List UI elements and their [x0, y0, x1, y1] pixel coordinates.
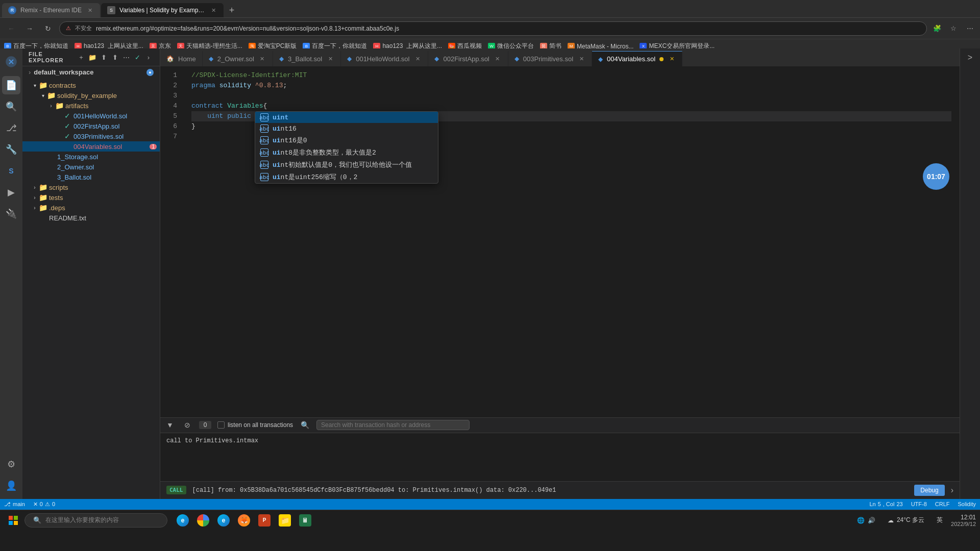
- extensions-icon[interactable]: 🔧: [2, 140, 20, 159]
- address-bar[interactable]: ⚠ 不安全 remix.ethereum.org/#optimize=false…: [59, 21, 927, 36]
- files-icon[interactable]: 📄: [2, 76, 20, 94]
- browser-tab-remix[interactable]: R Remix - Ethereum IDE ✕: [2, 3, 100, 17]
- 004-tab-close[interactable]: ✕: [668, 55, 676, 63]
- editor-tab-003[interactable]: ◆ 003Primitives.sol ✕: [508, 51, 592, 66]
- owner-tab-close[interactable]: ✕: [258, 55, 266, 63]
- storage-chevron: [39, 153, 47, 161]
- toolbar-stop[interactable]: ⊘: [182, 419, 193, 431]
- code-editor[interactable]: 1 2 3 4 5 6 7 //SPDX-License-Identifier:…: [160, 66, 960, 417]
- chevron-right-btn[interactable]: ›: [143, 52, 154, 62]
- tree-item-contracts[interactable]: ▾ 📁 contracts: [22, 80, 160, 90]
- tree-item-003[interactable]: ✓ 003Primitives.sol: [22, 131, 160, 141]
- search-activity-icon[interactable]: 🔍: [2, 97, 20, 116]
- remix-logo[interactable]: [2, 53, 20, 71]
- forward-button[interactable]: →: [22, 21, 37, 36]
- log-entry: call to Primitives.intmax: [166, 436, 953, 445]
- autocomplete-item-uint[interactable]: abc uint: [255, 112, 438, 123]
- scripts-label: scripts: [49, 184, 160, 191]
- tree-item-solidity-by-example[interactable]: ▾ 📁 solidity_by_example: [22, 90, 160, 101]
- autocomplete-item-uint16-0[interactable]: abc uint16是0: [255, 134, 438, 146]
- 003-tab-close[interactable]: ✕: [577, 55, 585, 63]
- debug-button[interactable]: Debug: [914, 485, 944, 496]
- status-encoding[interactable]: UTF-8: [911, 501, 927, 507]
- editor-tab-ballot[interactable]: ◆ 3_Ballot.sol ✕: [273, 51, 341, 66]
- toolbar-search-btn[interactable]: 🔍: [299, 419, 310, 431]
- new-file-btn[interactable]: +: [76, 52, 86, 62]
- browser-tab-remix-close[interactable]: ✕: [86, 6, 94, 14]
- checkmark-btn[interactable]: ✓: [132, 52, 142, 62]
- new-folder-btn[interactable]: 📁: [87, 52, 97, 62]
- tree-item-scripts[interactable]: › 📁 scripts: [22, 182, 160, 192]
- tree-item-004[interactable]: 004Variables.sol 1: [22, 141, 160, 152]
- taskbar-app-file-explorer[interactable]: 📁: [276, 511, 294, 530]
- autocomplete-item-uint-default[interactable]: abc uint初始默认值是0，我们也可以给他设一个值: [255, 159, 438, 171]
- weather-display[interactable]: ☁ 24°C 多云: [884, 514, 928, 527]
- browser-tab-solidity-close[interactable]: ✕: [209, 6, 217, 14]
- autocomplete-item-uint16[interactable]: abc uint16: [255, 123, 438, 134]
- 002-tab-close[interactable]: ✕: [494, 55, 502, 63]
- time-display: 12:01: [951, 514, 976, 521]
- editor-tab-002[interactable]: ◆ 002FirstApp.sol ✕: [428, 51, 508, 66]
- solidity-icon[interactable]: S: [2, 162, 20, 180]
- line4-name: Variables: [227, 101, 263, 111]
- status-errors[interactable]: ✕ 0 ⚠ 0: [33, 501, 55, 508]
- tree-item-readme[interactable]: README.txt: [22, 213, 160, 223]
- tree-item-artifacts[interactable]: › 📁 artifacts: [22, 101, 160, 111]
- settings-btn[interactable]: ⋯: [964, 22, 976, 35]
- ballot-tab-close[interactable]: ✕: [326, 55, 334, 63]
- tree-item-deps[interactable]: › 📁 .deps: [22, 203, 160, 213]
- expand-transaction-icon[interactable]: ›: [951, 486, 953, 495]
- favorites-btn[interactable]: ☆: [947, 22, 960, 35]
- upload-btn[interactable]: ⬆: [110, 52, 120, 62]
- settings-icon[interactable]: ⚙: [2, 455, 20, 473]
- lang-indicator[interactable]: 英: [933, 514, 947, 527]
- toolbar-arrow-down[interactable]: ▼: [164, 419, 176, 431]
- workspace-dot[interactable]: ●: [146, 69, 154, 76]
- tree-item-owner[interactable]: 2_Owner.sol: [22, 162, 160, 172]
- taskbar-app-ppt[interactable]: P: [255, 511, 274, 530]
- taskbar-app-firefox[interactable]: 🦊: [235, 511, 253, 530]
- reload-button[interactable]: ↻: [41, 21, 55, 36]
- search-input[interactable]: [321, 421, 465, 429]
- tree-item-002[interactable]: ✓ 002FirstApp.sol: [22, 121, 160, 131]
- back-button[interactable]: ←: [4, 21, 18, 36]
- tree-item-001[interactable]: ✓ 001HelloWorld.sol: [22, 111, 160, 121]
- more-btn[interactable]: ⋯: [121, 52, 131, 62]
- git-icon[interactable]: ⎇: [2, 119, 20, 137]
- new-tab-button[interactable]: +: [225, 3, 239, 17]
- line-numbers: 1 2 3 4 5 6 7: [160, 66, 183, 417]
- deps-label: .deps: [49, 204, 160, 212]
- toolbar-search[interactable]: [316, 420, 470, 430]
- deploy-icon[interactable]: ▶: [2, 183, 20, 202]
- right-panel-expand[interactable]: >: [965, 53, 975, 63]
- start-button[interactable]: [4, 511, 22, 530]
- tree-item-storage[interactable]: 1_Storage.sol: [22, 152, 160, 162]
- extensions-btn[interactable]: 🧩: [931, 22, 943, 35]
- editor-tab-owner[interactable]: ◆ 2_Owner.sol ✕: [203, 51, 273, 66]
- taskbar-app-edge2[interactable]: e: [214, 511, 233, 530]
- taskbar-clock[interactable]: 12:01 2022/9/12: [951, 514, 976, 527]
- taskbar-app-edge[interactable]: e: [174, 511, 192, 530]
- editor-tab-004[interactable]: ◆ 004Variables.sol ✕: [592, 51, 682, 66]
- listen-checkbox[interactable]: [217, 421, 225, 429]
- autocomplete-item-uint256[interactable]: abc uint是uint256缩写（0，2: [255, 171, 438, 183]
- autocomplete-item-uint8[interactable]: abc uint8是非负整数类型，最大值是2: [255, 146, 438, 159]
- account-icon[interactable]: 👤: [2, 477, 20, 495]
- status-language[interactable]: Solidity: [958, 501, 976, 507]
- taskbar-search[interactable]: 🔍 在这里输入你要搜索的内容: [24, 513, 167, 528]
- collapse-btn[interactable]: ⬆: [99, 52, 109, 62]
- taskbar-app-chrome[interactable]: [194, 511, 212, 530]
- status-ln-col[interactable]: Ln 5 , Col 23: [869, 501, 902, 507]
- taskbar-app-calc[interactable]: 🖩: [296, 511, 314, 530]
- plugin-icon[interactable]: 🔌: [2, 205, 20, 223]
- status-eol[interactable]: CRLF: [935, 501, 950, 507]
- browser-tab-solidity[interactable]: S Variables | Solidity by Example | ✕: [101, 3, 224, 17]
- tree-item-tests[interactable]: › 📁 tests: [22, 192, 160, 203]
- tree-item-ballot[interactable]: 3_Ballot.sol: [22, 172, 160, 182]
- autocomplete-popup[interactable]: abc uint abc uint16 abc u: [255, 111, 438, 184]
- status-branch[interactable]: ⎇ main: [4, 501, 25, 508]
- editor-tab-001[interactable]: ◆ 001HelloWorld.sol ✕: [341, 51, 428, 66]
- taskbar-sys-icons[interactable]: 🌐 🔊: [853, 515, 879, 526]
- editor-tab-home[interactable]: 🏠 Home: [160, 51, 203, 66]
- 001-tab-close[interactable]: ✕: [413, 55, 422, 63]
